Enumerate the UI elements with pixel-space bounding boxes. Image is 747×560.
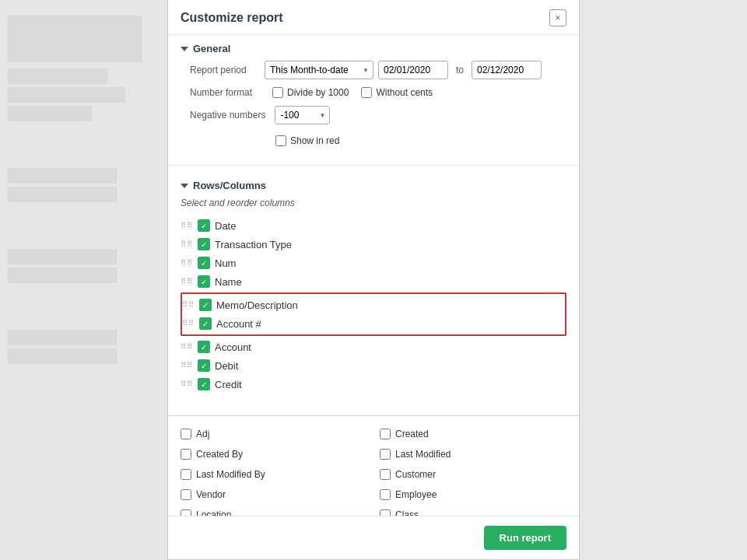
- opt-checkbox-created-by[interactable]: [181, 449, 191, 460]
- drag-handle-name[interactable]: ⠿⠿: [181, 278, 193, 285]
- without-cents-label[interactable]: Without cents: [361, 87, 433, 98]
- opt-checkbox-class[interactable]: [380, 509, 391, 516]
- col-name-date: Date: [215, 220, 236, 232]
- column-row-num: ⠿⠿ Num: [181, 254, 566, 272]
- general-triangle-icon: [181, 47, 188, 51]
- drag-handle-transaction-type[interactable]: ⠿⠿: [181, 240, 193, 248]
- general-label: General: [193, 43, 230, 54]
- drag-handle-date[interactable]: ⠿⠿: [181, 222, 193, 229]
- divide-by-1000-checkbox[interactable]: [272, 87, 283, 98]
- opt-col-created: Created: [380, 425, 566, 443]
- general-section-header[interactable]: General: [168, 35, 579, 61]
- to-label: to: [456, 65, 464, 75]
- show-in-red-checkbox[interactable]: [275, 135, 286, 146]
- column-row-debit: ⠿⠿ Debit: [181, 356, 566, 375]
- modal-header: Customize report ×: [168, 0, 579, 35]
- period-select-wrapper: This Month-to-date This Week This Month …: [265, 61, 374, 79]
- optional-columns-grid: Adj Created Created By Last Modified Las…: [168, 425, 579, 516]
- col-name-name: Name: [215, 276, 242, 288]
- general-section-body: Report period This Month-to-date This We…: [168, 61, 579, 159]
- opt-checkbox-customer[interactable]: [380, 469, 391, 480]
- rows-columns-section-header[interactable]: Rows/Columns: [168, 172, 579, 198]
- number-format-label: Number format: [190, 87, 260, 98]
- opt-checkbox-employee[interactable]: [380, 489, 391, 500]
- col-name-credit: Credit: [215, 379, 242, 390]
- col-checkbox-account-num[interactable]: [199, 317, 212, 330]
- col-checkbox-debit[interactable]: [198, 359, 210, 372]
- opt-checkbox-location[interactable]: [181, 509, 191, 516]
- opt-name-created-by: Created By: [196, 449, 243, 460]
- column-row-date: ⠿⠿ Date: [181, 216, 566, 235]
- opt-name-vendor: Vendor: [196, 489, 226, 500]
- opt-col-last-modified-by: Last Modified By: [181, 466, 367, 483]
- opt-checkbox-adj[interactable]: [181, 429, 191, 439]
- rows-columns-section-body: Select and reorder columns ⠿⠿ Date ⠿⠿ Tr…: [168, 198, 579, 406]
- drag-handle-account[interactable]: ⠿⠿: [181, 343, 193, 351]
- column-row-account: ⠿⠿ Account: [181, 338, 566, 356]
- drag-handle-debit[interactable]: ⠿⠿: [181, 362, 193, 369]
- without-cents-checkbox[interactable]: [361, 87, 372, 98]
- col-checkbox-name[interactable]: [198, 275, 210, 288]
- date-to-input[interactable]: [472, 61, 542, 79]
- show-in-red-text: Show in red: [290, 135, 339, 146]
- rows-columns-triangle-icon: [181, 184, 188, 188]
- column-row-name: ⠿⠿ Name: [181, 272, 566, 291]
- opt-col-adj: Adj: [181, 425, 367, 443]
- opt-checkbox-last-modified-by[interactable]: [181, 469, 191, 480]
- opt-name-employee: Employee: [395, 489, 437, 500]
- columns-list: ⠿⠿ Date ⠿⠿ Transaction Type ⠿⠿ Num: [181, 216, 566, 394]
- column-row-account-num: ⠿⠿ Account #: [182, 314, 565, 333]
- negative-select[interactable]: -100 (100) -100.00: [275, 106, 330, 124]
- opt-name-created: Created: [395, 429, 429, 439]
- opt-name-adj: Adj: [196, 429, 209, 439]
- opt-col-location: Location: [181, 506, 367, 516]
- highlighted-group: ⠿⠿ Memo/Description ⠿⠿ Account #: [181, 292, 566, 336]
- number-format-row: Number format Divide by 1000 Without cen…: [190, 87, 566, 98]
- period-select[interactable]: This Month-to-date This Week This Month …: [265, 61, 374, 79]
- col-checkbox-date[interactable]: [198, 219, 210, 232]
- select-reorder-label: Select and reorder columns: [181, 198, 566, 208]
- report-period-row: Report period This Month-to-date This We…: [190, 61, 566, 79]
- col-name-num: Num: [215, 257, 236, 269]
- col-name-memo: Memo/Description: [216, 299, 298, 311]
- opt-name-location: Location: [196, 509, 231, 516]
- col-checkbox-memo[interactable]: [199, 299, 212, 311]
- opt-checkbox-created[interactable]: [380, 429, 391, 439]
- rows-columns-label: Rows/Columns: [193, 180, 266, 191]
- date-from-input[interactable]: [378, 61, 448, 79]
- col-name-debit: Debit: [215, 360, 238, 372]
- column-row-transaction-type: ⠿⠿ Transaction Type: [181, 235, 566, 254]
- opt-col-last-modified: Last Modified: [380, 446, 566, 463]
- modal-body: General Report period This Month-to-date…: [168, 35, 579, 516]
- without-cents-text: Without cents: [376, 87, 433, 98]
- drag-handle-credit[interactable]: ⠿⠿: [181, 380, 193, 388]
- left-sidebar-bg: [0, 0, 167, 560]
- drag-handle-account-num[interactable]: ⠿⠿: [182, 320, 195, 327]
- col-checkbox-num[interactable]: [198, 257, 210, 269]
- opt-col-created-by: Created By: [181, 446, 367, 463]
- opt-name-last-modified-by: Last Modified By: [196, 469, 265, 480]
- modal-title: Customize report: [181, 11, 283, 25]
- opt-col-class: Class: [380, 506, 566, 516]
- negative-numbers-row: Negative numbers -100 (100) -100.00: [190, 106, 566, 124]
- col-checkbox-account[interactable]: [198, 341, 210, 353]
- column-row-memo: ⠿⠿ Memo/Description: [182, 296, 565, 314]
- negative-select-wrapper: -100 (100) -100.00: [275, 106, 330, 124]
- drag-handle-num[interactable]: ⠿⠿: [181, 259, 193, 267]
- col-checkbox-transaction-type[interactable]: [198, 238, 210, 250]
- opt-checkbox-vendor[interactable]: [181, 489, 191, 500]
- drag-handle-memo[interactable]: ⠿⠿: [182, 301, 195, 309]
- negative-numbers-label: Negative numbers: [190, 110, 265, 121]
- opt-col-vendor: Vendor: [181, 486, 367, 503]
- show-in-red-label[interactable]: Show in red: [275, 135, 566, 146]
- report-period-label: Report period: [190, 65, 260, 75]
- right-sidebar-bg: [580, 0, 747, 560]
- optional-columns-divider: [168, 415, 579, 416]
- divide-by-1000-label[interactable]: Divide by 1000: [272, 87, 349, 98]
- opt-checkbox-last-modified[interactable]: [380, 449, 391, 460]
- col-name-account: Account: [215, 341, 251, 353]
- opt-name-customer: Customer: [395, 469, 436, 480]
- run-report-button[interactable]: Run report: [484, 526, 566, 550]
- close-button[interactable]: ×: [549, 9, 566, 26]
- col-checkbox-credit[interactable]: [198, 378, 210, 390]
